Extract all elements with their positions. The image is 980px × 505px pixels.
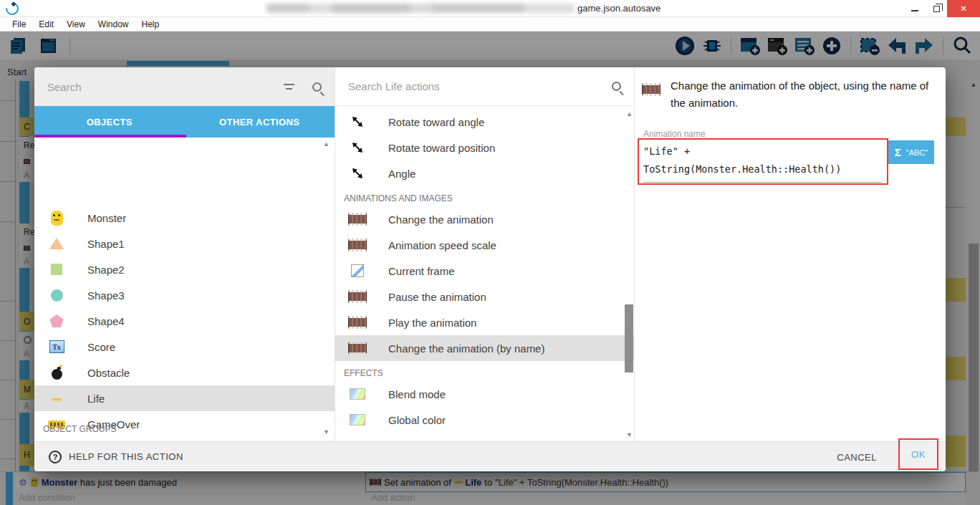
- film-strip-icon: [348, 213, 367, 226]
- action-row[interactable]: Blend mode: [335, 381, 634, 407]
- rotate-arrow-icon: [350, 140, 365, 155]
- blend-gradient-icon: [350, 414, 365, 425]
- object-groups-header: OBJECT GROUPS: [43, 424, 116, 434]
- action-row[interactable]: Change the animation: [335, 206, 634, 232]
- object-row-shape3[interactable]: Shape3: [34, 282, 335, 308]
- animation-name-field[interactable]: "Life" + ToString(Monster.Health::Health…: [643, 143, 881, 183]
- action-section-header: ANIMATIONS AND IMAGES: [335, 186, 634, 206]
- filter-icon[interactable]: [284, 82, 297, 91]
- restore-button[interactable]: [926, 0, 947, 17]
- object-row-score[interactable]: Score: [34, 334, 335, 360]
- bomb-icon: [52, 369, 62, 380]
- blend-gradient-icon: [350, 388, 365, 400]
- action-row[interactable]: Animation speed scale: [335, 232, 634, 258]
- object-row-shape1[interactable]: Shape1: [34, 231, 335, 256]
- object-search-row: [34, 67, 335, 106]
- action-row[interactable]: Global color: [335, 407, 634, 433]
- menu-view[interactable]: View: [60, 19, 92, 29]
- dialog-footer: ? HELP FOR THIS ACTION CANCEL: [34, 441, 946, 471]
- rotate-arrow-icon: [350, 166, 365, 181]
- tab-objects[interactable]: OBJECTS: [34, 106, 185, 138]
- window-title: game.json.autosave: [577, 3, 660, 14]
- scroll-down-icon[interactable]: ▼: [626, 431, 633, 438]
- object-list: Monster Shape1 Shape2 Shape3 Shape4 Scor…: [34, 205, 335, 441]
- scrollbar-thumb[interactable]: [625, 304, 633, 372]
- object-row-obstacle[interactable]: Obstacle: [34, 360, 335, 385]
- film-strip-icon: [348, 316, 367, 329]
- menu-help[interactable]: Help: [135, 19, 166, 29]
- highlight-rectangle-ok: OK: [898, 438, 938, 470]
- animation-name-label: Animation name: [643, 129, 706, 139]
- action-editor-dialog: OBJECTS OTHER ACTIONS Monster Shape1 Sha…: [34, 67, 946, 471]
- expression-editor-button[interactable]: Σ "ABC": [888, 140, 934, 164]
- menu-bar: File Edit View Window Help: [0, 17, 980, 32]
- object-tabs: OBJECTS OTHER ACTIONS: [34, 106, 335, 138]
- help-link[interactable]: HELP FOR THIS ACTION: [69, 451, 183, 462]
- actions-panel: Rotate toward angle Rotate toward positi…: [335, 67, 635, 471]
- minimize-button[interactable]: [904, 0, 926, 17]
- search-icon[interactable]: [612, 82, 621, 91]
- orange-triangle-icon: [49, 238, 64, 249]
- action-row[interactable]: Rotate toward position: [335, 135, 634, 160]
- menu-edit[interactable]: Edit: [32, 19, 60, 29]
- restore-icon: [933, 6, 940, 12]
- ok-button[interactable]: OK: [911, 449, 926, 460]
- action-row[interactable]: Current frame: [335, 258, 634, 284]
- action-search-input[interactable]: [348, 80, 612, 92]
- object-row-shape4[interactable]: Shape4: [34, 308, 335, 334]
- film-strip-icon: [348, 290, 367, 303]
- three-hearts-icon: [52, 392, 61, 405]
- title-bar: game.json.autosave ✕: [0, 0, 980, 17]
- minimize-icon: [911, 10, 918, 11]
- tab-other-actions[interactable]: OTHER ACTIONS: [185, 106, 335, 138]
- objects-panel: OBJECTS OTHER ACTIONS Monster Shape1 Sha…: [34, 67, 335, 471]
- teal-circle-icon: [51, 289, 63, 302]
- object-row-monster[interactable]: Monster: [34, 205, 335, 231]
- help-icon: ?: [49, 451, 62, 463]
- action-row[interactable]: Rotate toward angle: [335, 109, 634, 135]
- action-row[interactable]: Angle: [335, 160, 634, 186]
- film-strip-icon: [642, 83, 660, 96]
- film-strip-icon: [348, 239, 367, 251]
- action-row[interactable]: Play the animation: [335, 309, 634, 335]
- search-icon[interactable]: [312, 82, 322, 92]
- scroll-up-icon[interactable]: ▲: [323, 140, 330, 148]
- menu-file[interactable]: File: [6, 19, 32, 29]
- gdevelop-logo-icon: [3, 0, 21, 18]
- scroll-up-icon[interactable]: ▲: [626, 110, 633, 117]
- action-row[interactable]: Pause the animation: [335, 284, 634, 309]
- action-parameters-panel: Change the animation of the object, usin…: [635, 67, 946, 471]
- rotate-arrow-icon: [350, 115, 365, 129]
- scroll-down-icon[interactable]: ▼: [323, 428, 330, 436]
- object-row-life[interactable]: Life: [34, 385, 335, 411]
- sigma-icon: Σ: [895, 146, 901, 158]
- object-search-input[interactable]: [47, 81, 284, 93]
- close-button[interactable]: ✕: [947, 0, 980, 17]
- object-row-shape2[interactable]: Shape2: [34, 256, 335, 282]
- film-strip-icon: [348, 342, 367, 355]
- active-tab-underline: [34, 135, 186, 138]
- action-description: Change the animation of the object, usin…: [671, 77, 944, 112]
- cancel-button[interactable]: CANCEL: [831, 447, 883, 466]
- frame-page-icon: [351, 264, 364, 277]
- green-square-icon: [51, 264, 62, 275]
- text-object-icon: [49, 340, 64, 353]
- action-list: Rotate toward angle Rotate toward positi…: [335, 106, 634, 441]
- blurred-title-region: [266, 4, 575, 13]
- action-section-header: EFFECTS: [335, 361, 634, 381]
- pink-pentagon-icon: [50, 314, 64, 327]
- action-row-change-animation-by-name[interactable]: Change the animation (by name): [335, 335, 634, 361]
- menu-window[interactable]: Window: [92, 19, 135, 29]
- action-search-row: [335, 67, 634, 106]
- monster-sprite-icon: [51, 211, 63, 226]
